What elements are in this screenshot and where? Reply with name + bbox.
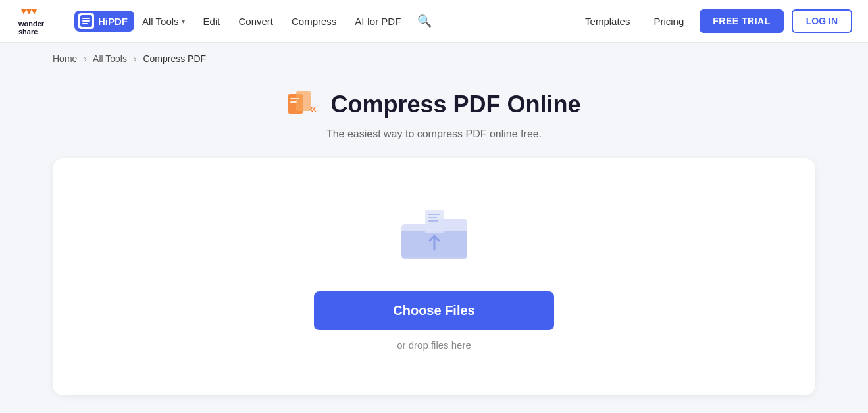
header-right: Templates Pricing FREE TRIAL LOG IN: [577, 9, 852, 33]
login-button[interactable]: LOG IN: [792, 9, 852, 33]
nav-templates[interactable]: Templates: [577, 11, 638, 32]
svg-rect-10: [296, 91, 311, 111]
wondershare-logo: wonder share: [16, 5, 47, 37]
nav-edit[interactable]: Edit: [195, 11, 228, 32]
svg-rect-8: [82, 23, 88, 24]
header-divider: [66, 9, 66, 33]
page-subtitle: The easiest way to compress PDF online f…: [326, 128, 542, 140]
breadcrumb-sep-2: ›: [134, 53, 137, 64]
main-content: « Compress PDF Online The easiest way to…: [0, 74, 868, 413]
nav-convert[interactable]: Convert: [230, 11, 281, 32]
drop-hint-text: or drop files here: [397, 339, 471, 351]
search-icon[interactable]: 🔍: [414, 11, 435, 32]
svg-rect-17: [428, 220, 438, 222]
compress-pdf-icon: «: [287, 87, 321, 122]
page-title: Compress PDF Online: [330, 91, 580, 118]
upload-illustration: [395, 198, 474, 270]
svg-text:«: «: [309, 101, 317, 115]
breadcrumb-current: Compress PDF: [143, 53, 206, 64]
svg-rect-12: [290, 101, 297, 103]
nav-compress[interactable]: Compress: [284, 11, 344, 32]
svg-text:share: share: [18, 28, 38, 36]
dropzone-card: Choose Files or drop files here: [53, 158, 815, 395]
breadcrumb-home[interactable]: Home: [53, 53, 77, 64]
chevron-down-icon: ▾: [182, 18, 185, 25]
nav-pricing[interactable]: Pricing: [646, 11, 692, 32]
breadcrumb: Home › All Tools › Compress PDF: [0, 43, 868, 74]
svg-rect-16: [428, 217, 437, 218]
svg-rect-6: [82, 18, 90, 19]
free-trial-button[interactable]: FREE TRIAL: [700, 9, 783, 33]
nav-ai-for-pdf[interactable]: AI for PDF: [347, 11, 409, 32]
svg-marker-4: [32, 9, 37, 14]
hipdf-label: HiPDF: [98, 16, 128, 27]
hipdf-icon: [78, 13, 94, 29]
breadcrumb-all-tools[interactable]: All Tools: [93, 53, 127, 64]
hipdf-badge[interactable]: HiPDF: [74, 11, 134, 32]
breadcrumb-sep-1: ›: [84, 53, 87, 64]
nav-all-tools[interactable]: All Tools ▾: [134, 11, 193, 32]
page-header: « Compress PDF Online: [287, 87, 580, 122]
choose-files-button[interactable]: Choose Files: [314, 291, 553, 330]
svg-text:wonder: wonder: [18, 20, 45, 28]
svg-marker-3: [26, 9, 32, 14]
main-nav: All Tools ▾ Edit Convert Compress AI for…: [134, 11, 577, 32]
brand-logo[interactable]: wonder share: [16, 5, 47, 37]
main-header: wonder share HiPDF All Tools ▾ E: [0, 0, 868, 43]
svg-rect-15: [428, 214, 440, 215]
svg-rect-11: [290, 98, 299, 99]
svg-rect-7: [82, 20, 90, 22]
svg-marker-2: [21, 9, 26, 14]
